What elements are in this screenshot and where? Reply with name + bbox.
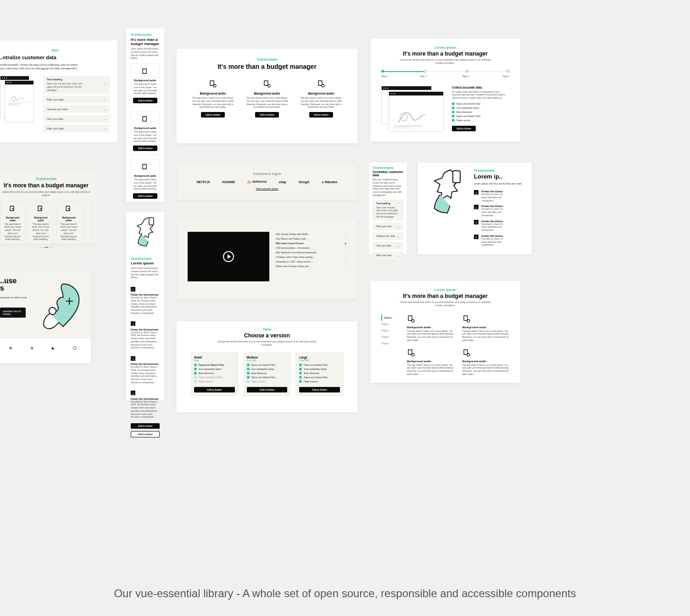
accordion-row[interactable]: Test tracking ⌃ View a list of every tra… <box>373 200 403 221</box>
sidebar-item[interactable]: Deploy <box>381 327 399 334</box>
feature-icon <box>209 79 217 88</box>
play-icon <box>223 251 234 262</box>
sidebar-item[interactable]: Deploy <box>381 321 399 327</box>
feature-icon <box>407 314 415 323</box>
testimonial-item: △ Femke Van Schoonhoven Founded by Jieun… <box>131 284 160 315</box>
tooltip: onsectetur isus id tristique <box>0 308 26 318</box>
circle-icon: ○ <box>345 256 346 258</box>
sidebar-item[interactable]: Deploy <box>381 334 399 340</box>
feature-icon <box>263 79 271 88</box>
feature-icon <box>141 67 150 76</box>
feature: Background audio The app doesn't block y… <box>190 79 235 118</box>
cta-button-outline[interactable]: Call to Action <box>131 431 160 437</box>
chevron-up-icon: ⌃ <box>397 202 400 205</box>
sub: Choose the version that works for you an… <box>397 58 494 65</box>
cta-button[interactable]: Call to Action <box>133 193 157 199</box>
testimonial-item: △ Femke Van SchooFounded by Jieun Yaclev… <box>474 220 525 232</box>
title: Choose a version <box>190 332 344 339</box>
logo: NETFLIX <box>196 180 210 184</box>
sidebar-item[interactable]: Deploy <box>381 314 399 321</box>
card-stepper: Lorem ipsum It's more than a budget mana… <box>370 39 520 141</box>
accordion-row[interactable]: Observe your data⌄ <box>373 232 403 240</box>
eyebrow: Testimonials <box>474 169 525 172</box>
accordion-row[interactable]: Own your data⌄ <box>43 115 110 123</box>
plan: Medium From $10 ✓Figma and Sketch Files … <box>243 352 291 396</box>
chevron-down-icon: ⌄ <box>104 117 106 120</box>
logo: 🛵 deliveroo <box>247 180 267 184</box>
eyebrow: Hub <box>0 49 110 52</box>
plan: Small Free ✓Figma and Sketch Files ✓Auto… <box>190 352 239 396</box>
avatar-icon: △ <box>131 321 135 326</box>
accordion-row[interactable]: Own your data⌄ <box>373 242 403 250</box>
card-hub: Hub ..ntralize customer data implementat… <box>0 40 117 142</box>
desc: Learn about the thousands of teams aroun… <box>131 267 160 279</box>
testimonial-item: △ Femke Van Schoonhoven Founded by Jieun… <box>131 388 160 419</box>
cta-button[interactable]: Call to Action <box>247 387 288 392</box>
logo: ● Rakuten <box>322 180 338 184</box>
feature-icon <box>65 205 73 213</box>
svg-rect-11 <box>453 171 460 183</box>
card-centralize-narrow: Testimonials Centralize customer data Te… <box>369 162 407 254</box>
playlist-item[interactable]: Javascript vs. CSS – More control …○ <box>276 259 346 264</box>
cta-button[interactable]: Call to Action <box>131 423 160 429</box>
desc: implementation, review the data you're c… <box>0 63 78 70</box>
playlist-item[interactable]: 3 Things I wish I knew when starting …○ <box>276 255 346 259</box>
playlist-item[interactable]: Why choose Gatsby with Netlify …○ <box>276 232 346 236</box>
feature: Background audio The app doesn't block y… <box>407 314 454 342</box>
cta-button[interactable]: Call to Action <box>452 126 476 131</box>
title: It's more than a budget manager <box>381 293 509 299</box>
chevron-down-icon: ⌄ <box>397 225 400 228</box>
desc: ousands of with some <box>0 296 28 299</box>
feature-icon <box>407 348 415 357</box>
slide: Background audio The app doesn't block y… <box>0 202 25 245</box>
cta-button[interactable]: Call to Action <box>309 112 333 118</box>
sub: Learn about the tho world that are scali <box>474 182 525 185</box>
cta-button[interactable]: Call to Action <box>194 387 235 392</box>
playlist-item-active[interactable]: Why Users chose Prismic◉ <box>276 241 346 246</box>
accordion-row[interactable]: Filter your data⌄ <box>43 124 110 132</box>
slide <box>84 202 92 245</box>
accordion-row[interactable]: Test tracking View a list of every trait… <box>43 76 110 94</box>
playlist-item[interactable]: Why MeteorJs is an effective framework○ <box>276 250 346 255</box>
playlist-item[interactable]: CSS best practices – introduction …○ <box>276 246 346 250</box>
accordion-row[interactable]: Filter your data⌄ <box>43 95 110 103</box>
feature-icon <box>9 205 17 213</box>
circle-icon: ○ <box>345 265 346 268</box>
sidebar-item[interactable]: Deploy <box>381 340 399 347</box>
feature-icon <box>462 348 471 357</box>
video-player[interactable] <box>188 232 269 281</box>
cta-button[interactable]: Call to Action <box>133 98 157 103</box>
more-link[interactable]: View customer stories <box>190 187 344 190</box>
logo-icon: ◣ <box>52 346 54 350</box>
testimonial-item: △ Femke Van SchooFounded by Jieun Yaclev… <box>474 190 525 202</box>
feature-icon <box>462 314 471 323</box>
playlist-item[interactable]: How Next.js and Gatsby work …○ <box>276 236 346 241</box>
illustration <box>131 217 160 253</box>
cta-button[interactable]: Call to Action <box>255 112 279 118</box>
logo: HUAWEI <box>222 180 235 184</box>
pager[interactable] <box>0 247 92 248</box>
eyebrow: Testimonials <box>190 58 344 61</box>
feature: Background audio The app doesn't block y… <box>407 348 454 376</box>
feature: Background audio The app doesn't block y… <box>299 79 344 118</box>
avatar-icon: △ <box>474 220 479 224</box>
accordion-row[interactable]: Observe your data⌄ <box>43 105 110 113</box>
desc: Learn about the thousands of teams aroun… <box>131 47 160 60</box>
feature-block: Background audio The app doesn't block y… <box>131 111 160 155</box>
cta-button[interactable]: Call to Action <box>133 146 157 151</box>
accordion-row[interactable]: Filter your data⌄ <box>373 223 403 230</box>
cta-button[interactable]: Call to Action <box>201 112 225 118</box>
playlist-item[interactable]: What's new in React: Hooks and …○ <box>276 264 346 269</box>
sidebar: Deploy Deploy Deploy Deploy Deploy <box>381 314 399 376</box>
sub: Choose the version that works for you an… <box>397 301 494 307</box>
eyebrow: Lorem ipsum <box>381 46 509 49</box>
accordion-row[interactable]: Filter your data⌄ <box>373 252 403 259</box>
svg-rect-0 <box>9 101 30 102</box>
slide: Background audio The app doesn't block y… <box>28 202 53 245</box>
title: It's more than a budget manager <box>131 38 160 46</box>
title: ..ntralize customer data <box>0 55 110 60</box>
cta-button[interactable]: Call to Action <box>299 387 340 392</box>
avatar-icon: △ <box>474 235 479 239</box>
stepper[interactable]: Step 1 Step 2 Step 3 Step 4 <box>381 71 509 79</box>
feature-block: Background audio The app doesn't block y… <box>131 159 160 203</box>
